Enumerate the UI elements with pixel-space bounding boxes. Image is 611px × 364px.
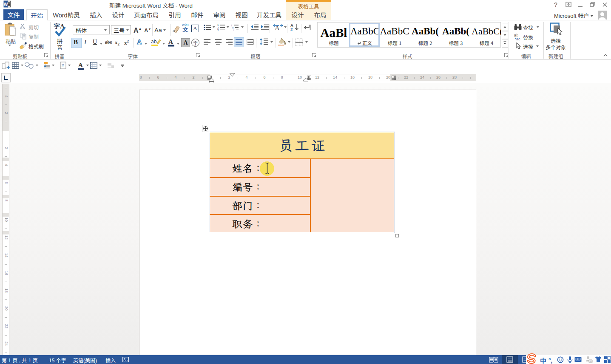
- svg-text:#: #: [62, 63, 65, 68]
- svg-text:?: ?: [554, 1, 557, 8]
- svg-text:A: A: [173, 29, 175, 33]
- svg-text:i: i: [233, 29, 234, 31]
- svg-text:3: 3: [217, 29, 219, 31]
- svg-text:A: A: [168, 38, 173, 45]
- svg-text:ab: ab: [151, 39, 157, 45]
- svg-text:Z: Z: [290, 27, 293, 31]
- svg-text:13: 13: [590, 360, 593, 363]
- svg-text:ac: ac: [516, 37, 520, 41]
- svg-text:A: A: [78, 62, 83, 68]
